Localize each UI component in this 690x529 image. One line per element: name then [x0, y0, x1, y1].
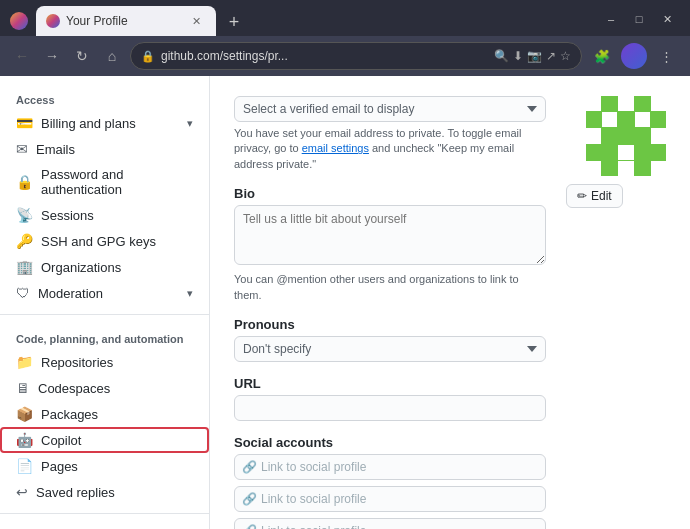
sidebar-item-password-label: Password and authentication [41, 167, 193, 197]
copilot-icon: 🤖 [16, 432, 33, 448]
avatar-cell [602, 96, 617, 111]
sidebar-item-saved-replies[interactable]: ↩ Saved replies [0, 479, 209, 505]
avatar-cell [618, 145, 633, 160]
bio-hint: You can @mention other users and organiz… [234, 272, 546, 303]
avatar-cell [651, 161, 666, 176]
avatar-cell [602, 161, 617, 176]
sidebar-item-sessions-label: Sessions [41, 208, 193, 223]
social-input-field-3[interactable] [234, 518, 546, 529]
bio-form-group: Bio You can @mention other users and org… [234, 186, 546, 303]
sidebar-item-moderation-label: Moderation [38, 286, 179, 301]
menu-icon[interactable]: ⋮ [652, 42, 680, 70]
avatar-cell [651, 128, 666, 143]
avatar-cell [651, 145, 666, 160]
avatar-cell [602, 145, 617, 160]
profile-switcher[interactable] [620, 42, 648, 70]
url-form-group: URL [234, 376, 546, 421]
packages-icon: 📦 [16, 406, 33, 422]
url-input[interactable] [234, 395, 546, 421]
main-content: Select a verified email to display You h… [210, 76, 690, 529]
saved-replies-icon: ↩ [16, 484, 28, 500]
org-icon: 🏢 [16, 259, 33, 275]
back-button[interactable]: ← [10, 44, 34, 68]
new-tab-button[interactable]: + [220, 8, 248, 36]
tab-bar: Your Profile ✕ + [36, 6, 598, 36]
sidebar-item-pages-label: Pages [41, 459, 193, 474]
home-button[interactable]: ⌂ [100, 44, 124, 68]
edit-label: Edit [591, 189, 612, 203]
codespaces-icon: 🖥 [16, 380, 30, 396]
edit-avatar-button[interactable]: ✏ Edit [566, 184, 623, 208]
avatar-cell [586, 161, 601, 176]
sidebar-item-moderation[interactable]: 🛡 Moderation ▾ [0, 280, 209, 306]
avatar [586, 96, 666, 176]
sidebar-item-password[interactable]: 🔒 Password and authentication [0, 162, 209, 202]
password-icon: 🔒 [16, 174, 33, 190]
active-tab[interactable]: Your Profile ✕ [36, 6, 216, 36]
avatar-cell [618, 96, 633, 111]
maximize-button[interactable]: □ [626, 9, 652, 29]
avatar-cell [602, 112, 617, 127]
tab-close-button[interactable]: ✕ [188, 13, 204, 29]
pronouns-select[interactable]: Don't specify [234, 336, 546, 362]
social-input-3: 🔗 [234, 518, 546, 529]
sidebar-item-ssh[interactable]: 🔑 SSH and GPG keys [0, 228, 209, 254]
sidebar-divider-1 [0, 314, 209, 315]
address-input[interactable] [161, 49, 488, 63]
avatar-cell [635, 112, 650, 127]
pages-icon: 📄 [16, 458, 33, 474]
billing-icon: 💳 [16, 115, 33, 131]
address-bar[interactable]: 🔒 🔍 ⬇ 📷 ↗ ☆ [130, 42, 582, 70]
sidebar-item-organizations-label: Organizations [41, 260, 193, 275]
sidebar-item-emails[interactable]: ✉ Emails [0, 136, 209, 162]
sidebar-item-sessions[interactable]: 📡 Sessions [0, 202, 209, 228]
chevron-down-icon: ▾ [187, 287, 193, 300]
sidebar-item-saved-replies-label: Saved replies [36, 485, 193, 500]
sidebar-item-pages[interactable]: 📄 Pages [0, 453, 209, 479]
sidebar-item-repositories[interactable]: 📁 Repositories [0, 349, 209, 375]
url-label: URL [234, 376, 546, 391]
minimize-button[interactable]: – [598, 9, 624, 29]
app-layout: Access 💳 Billing and plans ▾ ✉ Emails 🔒 … [0, 76, 690, 529]
moderation-icon: 🛡 [16, 285, 30, 301]
address-bar-icons: 🔍 ⬇ 📷 ↗ ☆ [494, 49, 571, 63]
bio-textarea[interactable] [234, 205, 546, 265]
repo-icon: 📁 [16, 354, 33, 370]
sidebar-item-billing[interactable]: 💳 Billing and plans ▾ [0, 110, 209, 136]
pronouns-label: Pronouns [234, 317, 546, 332]
sidebar-item-organizations[interactable]: 🏢 Organizations [0, 254, 209, 280]
avatar-cell [586, 128, 601, 143]
close-button[interactable]: ✕ [654, 9, 680, 29]
share-icon[interactable]: ↗ [546, 49, 556, 63]
sidebar-item-packages[interactable]: 📦 Packages [0, 401, 209, 427]
social-input-field-1[interactable] [234, 454, 546, 480]
forward-button[interactable]: → [40, 44, 64, 68]
email-form-group: Select a verified email to display You h… [234, 96, 546, 172]
sidebar-item-codespaces[interactable]: 🖥 Codespaces [0, 375, 209, 401]
email-icon: ✉ [16, 141, 28, 157]
user-avatar-btn[interactable] [621, 43, 647, 69]
email-hint: You have set your email address to priva… [234, 126, 546, 172]
browser-chrome: Your Profile ✕ + – □ ✕ ← → ↻ ⌂ 🔒 🔍 ⬇ 📷 ↗… [0, 0, 690, 76]
sidebar-item-billing-label: Billing and plans [41, 116, 179, 131]
browser-logo-icon [10, 12, 28, 30]
sidebar-section-security: Security [0, 522, 209, 529]
avatar-cell [586, 96, 601, 111]
avatar-cell [618, 128, 633, 143]
bookmark-icon[interactable]: ☆ [560, 49, 571, 63]
reload-button[interactable]: ↻ [70, 44, 94, 68]
social-input-field-2[interactable] [234, 486, 546, 512]
screenshot-icon[interactable]: 📷 [527, 49, 542, 63]
download-icon[interactable]: ⬇ [513, 49, 523, 63]
sidebar-section-access: Access [0, 84, 209, 110]
email-settings-link[interactable]: email settings [302, 142, 369, 154]
extensions-icon[interactable]: 🧩 [588, 42, 616, 70]
sidebar-item-copilot[interactable]: 🤖 Copilot [0, 427, 209, 453]
search-icon[interactable]: 🔍 [494, 49, 509, 63]
avatar-cell [618, 161, 633, 176]
avatar-cell [635, 96, 650, 111]
chevron-icon: ▾ [187, 117, 193, 130]
bio-label: Bio [234, 186, 546, 201]
sidebar-divider-2 [0, 513, 209, 514]
email-select[interactable]: Select a verified email to display [234, 96, 546, 122]
